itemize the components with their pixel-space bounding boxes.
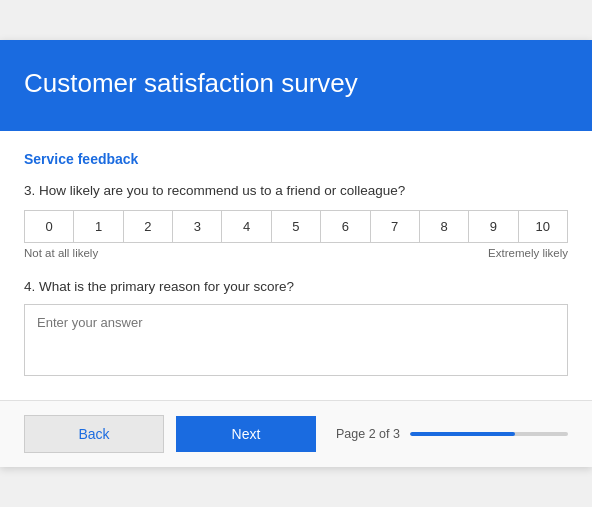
nps-cell-6[interactable]: 6 xyxy=(321,211,370,242)
question-3-label: 3. How likely are you to recommend us to… xyxy=(24,183,568,198)
progress-bar-fill xyxy=(410,432,515,436)
nps-cell-2[interactable]: 2 xyxy=(124,211,173,242)
nps-label-low: Not at all likely xyxy=(24,247,98,259)
survey-title: Customer satisfaction survey xyxy=(24,68,568,99)
page-label: Page 2 of 3 xyxy=(336,427,400,441)
question-4-label: 4. What is the primary reason for your s… xyxy=(24,279,568,294)
nps-cell-8[interactable]: 8 xyxy=(420,211,469,242)
back-button[interactable]: Back xyxy=(24,415,164,453)
nps-labels: Not at all likely Extremely likely xyxy=(24,247,568,259)
nps-cell-3[interactable]: 3 xyxy=(173,211,222,242)
next-button[interactable]: Next xyxy=(176,416,316,452)
survey-container: Customer satisfaction survey Service fee… xyxy=(0,40,592,467)
nps-scale: 012345678910 xyxy=(24,210,568,243)
nps-cell-5[interactable]: 5 xyxy=(272,211,321,242)
answer-textarea[interactable] xyxy=(24,304,568,376)
section-title: Service feedback xyxy=(24,151,568,167)
nps-cell-1[interactable]: 1 xyxy=(74,211,123,242)
nps-cell-7[interactable]: 7 xyxy=(371,211,420,242)
page-indicator: Page 2 of 3 xyxy=(336,427,568,441)
progress-bar-track xyxy=(410,432,568,436)
nps-label-high: Extremely likely xyxy=(488,247,568,259)
nps-cell-10[interactable]: 10 xyxy=(519,211,567,242)
nps-cell-9[interactable]: 9 xyxy=(469,211,518,242)
survey-footer: Back Next Page 2 of 3 xyxy=(0,400,592,467)
survey-body: Service feedback 3. How likely are you t… xyxy=(0,131,592,400)
nps-cell-4[interactable]: 4 xyxy=(222,211,271,242)
survey-header: Customer satisfaction survey xyxy=(0,40,592,131)
nps-cell-0[interactable]: 0 xyxy=(25,211,74,242)
